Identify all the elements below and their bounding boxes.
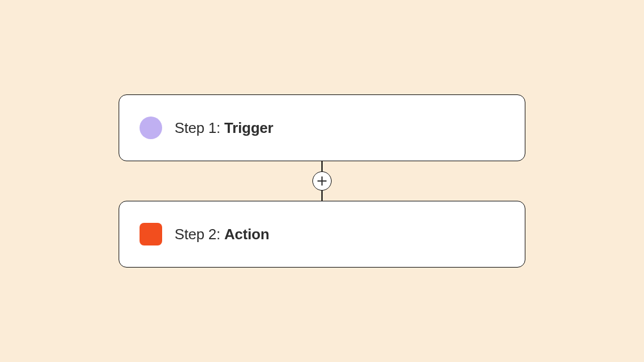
step-prefix: Step 2: <box>175 226 224 243</box>
trigger-app-icon <box>140 117 162 139</box>
connector-line-bottom <box>321 191 323 201</box>
step-label: Step 2: Action <box>175 226 269 243</box>
workflow-container: Step 1: Trigger Step 2: Action <box>119 94 525 268</box>
connector-line-top <box>321 161 323 171</box>
step-label: Step 1: Trigger <box>175 119 273 137</box>
step-card-trigger[interactable]: Step 1: Trigger <box>119 94 525 161</box>
add-step-button[interactable] <box>312 171 332 191</box>
plus-icon <box>317 176 327 186</box>
connector <box>312 161 332 201</box>
action-app-icon <box>140 223 162 245</box>
step-card-action[interactable]: Step 2: Action <box>119 201 525 268</box>
step-prefix: Step 1: <box>175 119 224 136</box>
step-title: Action <box>224 226 269 243</box>
step-title: Trigger <box>224 119 273 136</box>
